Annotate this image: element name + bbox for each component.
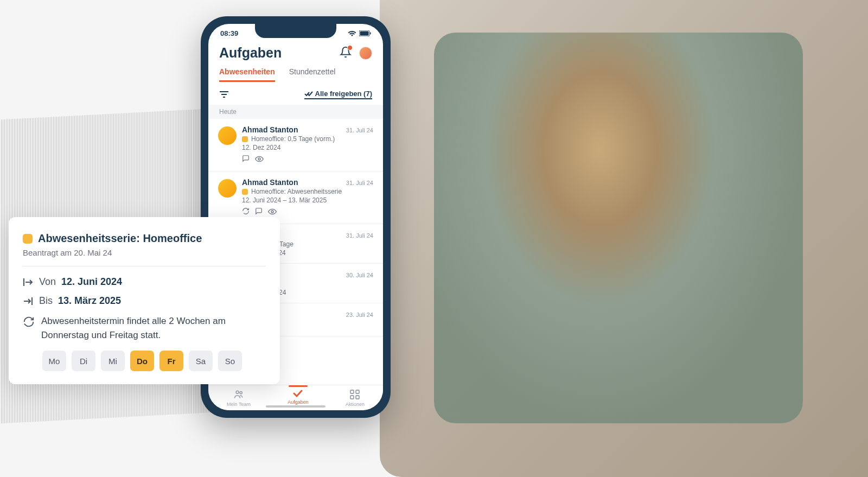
item-name: Ahmad Stanton [242,178,298,187]
approve-all-label: Alle freigeben (7) [315,90,372,98]
day-pill-mi[interactable]: Mi [101,351,125,371]
item-range: 12. Dez 2024 [242,144,280,151]
page-title: Aufgaben [219,45,282,61]
item-meta-icons [242,155,373,164]
from-label: Von [39,276,56,288]
day-pill-so[interactable]: So [218,351,242,371]
app-header: Aufgaben [208,41,383,64]
profile-avatar[interactable] [359,47,372,60]
to-label: Bis [39,295,53,307]
item-type: Homeoffice: Abwesenheitsserie [251,188,342,195]
item-range: 12. Juni 2024 – 13. Mär 2025 [242,196,327,204]
phone-notch [255,24,336,38]
svg-rect-11 [356,390,359,393]
nav-aufgaben[interactable]: Aufgaben [283,390,313,407]
item-meta-icons [242,207,373,217]
item-name: Ahmad Stanton [242,125,298,134]
day-pill-fr[interactable]: Fr [159,351,183,371]
person-photo-placeholder [434,33,803,423]
status-time: 08:39 [220,29,238,37]
svg-point-8 [236,391,239,393]
detail-from-row: Von 12. Juni 2024 [23,276,266,288]
svg-point-7 [271,211,273,213]
view-icon [255,155,264,164]
grid-icon [350,390,360,400]
arrow-end-icon [23,296,34,306]
svg-rect-2 [370,33,371,35]
item-submit-date: 31. Juli 24 [346,180,373,186]
day-pill-mo[interactable]: Mo [42,351,66,371]
section-heute: Heute [208,105,383,119]
arrow-start-icon [23,277,34,287]
nav-aktionen[interactable]: Aktionen [341,390,369,407]
battery-icon [359,30,371,36]
svg-point-6 [258,158,260,160]
item-type: Homeoffice: 0,5 Tage (vorm.) [251,135,335,143]
list-item[interactable]: Ahmad Stanton31. Juli 24Homeoffice: Abwe… [208,171,383,224]
tab-abwesenheiten[interactable]: Abwesenheiten [219,67,275,82]
view-icon [268,207,277,217]
category-color-dot [23,234,33,244]
notifications-button[interactable] [340,46,352,60]
item-submit-date: 30. Juli 24 [346,272,373,278]
day-pills: MoDiMiDoFrSaSo [23,351,266,371]
item-submit-date: 31. Juli 24 [346,232,373,239]
approve-all-button[interactable]: Alle freigeben (7) [304,90,372,99]
filter-icon[interactable] [219,91,229,98]
svg-rect-12 [350,396,354,399]
refresh-icon [242,207,250,217]
detail-title: Abwesenheitsserie: Homeoffice [38,232,202,245]
day-pill-di[interactable]: Di [72,351,95,371]
item-avatar [218,179,237,198]
to-value: 13. März 2025 [58,295,121,307]
svg-rect-10 [350,390,354,393]
svg-point-9 [240,392,242,394]
notification-badge [347,45,353,50]
day-pill-do[interactable]: Do [130,351,154,371]
tabs: AbwesenheitenStundenzettel [208,64,383,82]
check-icon [293,390,303,398]
detail-recurrence-row: Abwesenheitstermin findet alle 2 Wochen … [23,314,266,342]
svg-rect-13 [356,396,359,399]
home-indicator [266,405,326,408]
category-dot [242,189,248,195]
item-avatar [218,126,237,145]
category-dot [242,136,248,142]
nav-label: Mein Team [227,402,251,407]
detail-requested: Beantragt am 20. Mai 24 [23,248,266,266]
team-icon [233,390,244,400]
day-pill-sa[interactable]: Sa [189,351,213,371]
from-value: 12. Juni 2024 [61,276,122,288]
wifi-icon [348,30,356,37]
double-check-icon [304,91,313,97]
svg-rect-1 [360,31,369,36]
chat-icon [255,207,263,217]
background-photo [380,0,868,477]
tab-stundenzettel[interactable]: Stundenzettel [289,67,336,82]
chat-icon [242,155,250,164]
item-submit-date: 31. Juli 24 [346,127,373,133]
filter-row: Alle freigeben (7) [208,82,383,105]
nav-mein-team[interactable]: Mein Team [222,390,255,407]
nav-label: Aktionen [346,402,365,407]
item-submit-date: 23. Juli 24 [346,311,373,318]
refresh-icon [23,316,35,328]
detail-to-row: Bis 13. März 2025 [23,295,266,307]
nav-label: Aufgaben [288,399,309,405]
absence-detail-card: Abwesenheitsserie: Homeoffice Beantragt … [9,217,280,384]
recurrence-text: Abwesenheitstermin findet alle 2 Wochen … [41,314,266,342]
list-item[interactable]: Ahmad Stanton31. Juli 24Homeoffice: 0,5 … [208,119,383,171]
